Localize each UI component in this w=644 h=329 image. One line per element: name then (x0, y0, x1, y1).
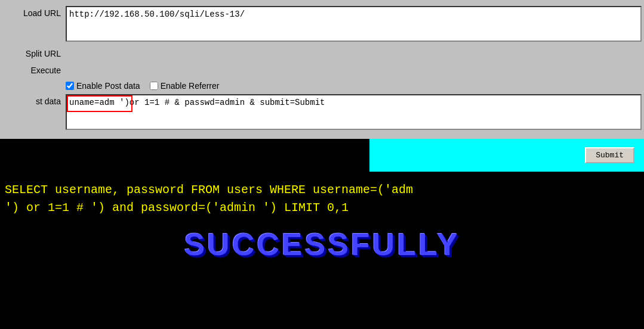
post-data-input[interactable] (66, 94, 642, 130)
enable-post-data-checkbox-label[interactable]: Enable Post data (66, 81, 140, 91)
url-input[interactable] (66, 6, 642, 42)
enable-referrer-checkbox[interactable] (150, 82, 158, 90)
cyan-panel: Submit (369, 139, 644, 172)
submit-button[interactable]: Submit (585, 147, 634, 163)
sql-line2: ') or 1=1 # ') and password=('admin ') L… (5, 201, 349, 215)
enable-referrer-checkbox-label[interactable]: Enable Referrer (150, 81, 220, 91)
enable-post-data-text: Enable Post data (76, 81, 140, 91)
enable-referrer-text: Enable Referrer (161, 81, 220, 91)
load-url-label: Load URL (0, 6, 66, 18)
success-text: SUCCESSFULLY (0, 222, 644, 262)
split-url-label: Split URL (0, 46, 66, 58)
sql-query-output: SELECT username, password FROM users WHE… (0, 172, 644, 222)
enable-post-data-checkbox[interactable] (66, 82, 74, 90)
sql-line1: SELECT username, password FROM users WHE… (5, 183, 413, 197)
post-data-label: st data (0, 94, 66, 106)
execute-label: Execute (0, 63, 66, 75)
